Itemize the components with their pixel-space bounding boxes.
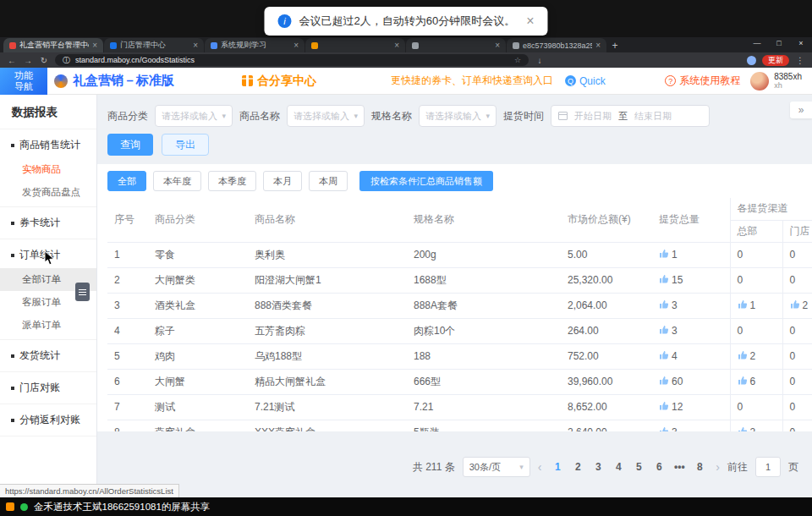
- row-index: 1: [107, 242, 148, 267]
- range-tab[interactable]: 本月: [263, 171, 302, 191]
- range-tab-row: 全部本年度本季度本月本周 按检索条件汇总商品销售额: [107, 171, 812, 191]
- filter-label: 商品分类: [107, 109, 148, 124]
- page-number[interactable]: 8: [691, 457, 708, 477]
- back-icon[interactable]: ←: [7, 56, 17, 65]
- browser-tab[interactable]: e8c573980b1328a2588d2e6f×: [507, 38, 606, 52]
- collapse-panel-button[interactable]: »: [790, 102, 812, 118]
- sidebar-group-label[interactable]: 分销返利对账: [0, 407, 96, 433]
- reload-icon[interactable]: ↻: [39, 56, 49, 65]
- new-tab-button[interactable]: +: [607, 38, 623, 52]
- function-nav-button[interactable]: 功能导航: [0, 68, 47, 95]
- filter-label-pickup-time: 提货时间: [503, 109, 544, 124]
- prev-page-icon[interactable]: ‹: [538, 457, 542, 477]
- pickup-icon: [738, 376, 748, 386]
- close-window-button[interactable]: ×: [790, 37, 812, 50]
- browser-tab[interactable]: ×: [305, 38, 405, 52]
- browser-profile-avatar[interactable]: [747, 56, 756, 65]
- page-number[interactable]: 2: [569, 457, 586, 477]
- tab-close-icon[interactable]: ×: [495, 41, 500, 50]
- next-page-icon[interactable]: ›: [716, 457, 720, 477]
- table-row[interactable]: 6大闸蟹精品大闸蟹礼盒666型39,960.006060: [107, 369, 812, 394]
- sidebar-item[interactable]: 实物商品: [0, 158, 96, 181]
- sidebar-item[interactable]: 派单订单: [0, 314, 96, 337]
- tab-close-icon[interactable]: ×: [595, 41, 601, 50]
- pickup-total: 15: [652, 267, 730, 293]
- sidebar-group-label[interactable]: 发货统计: [0, 343, 96, 369]
- sidebar-group-text: 商品销售统计: [19, 138, 80, 152]
- channel-hq: 0: [730, 394, 782, 420]
- col-header-hq: 总部: [730, 220, 782, 242]
- channel-store: 0: [782, 267, 812, 293]
- page-ellipsis[interactable]: •••: [671, 457, 688, 477]
- page-number[interactable]: 5: [630, 457, 647, 477]
- tab-close-icon[interactable]: ×: [394, 41, 399, 50]
- goto-page-input[interactable]: 1: [755, 457, 781, 477]
- channel-store: 0: [782, 318, 812, 343]
- bookmark-star-icon[interactable]: ☆: [514, 56, 521, 64]
- info-icon: i: [277, 14, 291, 28]
- page-size-select[interactable]: 30条/页 ▾: [463, 457, 530, 477]
- tutorial-link[interactable]: ? 系统使用教程: [665, 74, 740, 88]
- col-header-category: 商品分类: [148, 198, 248, 242]
- minimize-button[interactable]: —: [746, 37, 768, 50]
- tab-close-icon[interactable]: ×: [92, 41, 97, 50]
- url-bar[interactable]: ⓘ standard.maboy.cn/GoodsStatistics ☆: [55, 54, 529, 66]
- range-tab[interactable]: 本周: [309, 171, 348, 191]
- query-button[interactable]: 查询: [107, 134, 153, 156]
- browser-tab[interactable]: 系统规则学习×: [205, 38, 304, 52]
- tab-close-icon[interactable]: ×: [193, 41, 198, 50]
- table-row[interactable]: 1零食奥利奥200g5.00100: [107, 242, 812, 267]
- range-tab[interactable]: 本季度: [208, 171, 256, 191]
- filter-select[interactable]: 请选择或输入▾: [419, 105, 497, 127]
- browser-tab[interactable]: 礼盒营销平台管理中心×: [3, 38, 103, 52]
- table-row[interactable]: 8燕窝礼盒XXX燕窝礼盒5瓶装2,640.00320: [107, 420, 812, 431]
- goods-category: 零食: [148, 242, 248, 267]
- download-icon[interactable]: ↓: [535, 56, 545, 65]
- goods-name: 五芳斋肉粽: [248, 318, 407, 343]
- filter-select[interactable]: 请选择或输入▾: [287, 105, 365, 127]
- maximize-button[interactable]: □: [768, 37, 790, 50]
- goods-category: 酒类礼盒: [148, 293, 248, 318]
- user-avatar[interactable]: [750, 72, 769, 91]
- sidebar-group-text: 门店对账: [19, 381, 60, 395]
- browser-menu-icon[interactable]: ⋮: [795, 56, 805, 65]
- browser-update-button[interactable]: 更新: [762, 55, 789, 66]
- filter-select[interactable]: 请选择或输入▾: [155, 105, 233, 127]
- goods-name: XXX燕窝礼盒: [248, 420, 407, 431]
- page-number[interactable]: 1: [549, 457, 566, 477]
- col-header-index: 序号: [107, 198, 148, 242]
- goods-category: 燕窝礼盒: [148, 420, 248, 431]
- quick-link[interactable]: Q Quick: [565, 75, 606, 87]
- browser-tab[interactable]: 门店管理中心×: [104, 38, 204, 52]
- browser-tab[interactable]: ×: [406, 38, 506, 52]
- sidebar-drag-handle[interactable]: [75, 283, 90, 301]
- page-number[interactable]: 4: [610, 457, 627, 477]
- table-row[interactable]: 4粽子五芳斋肉粽肉粽10个264.00300: [107, 318, 812, 343]
- page-number[interactable]: 3: [590, 457, 606, 477]
- export-button[interactable]: 导出: [162, 134, 209, 156]
- summary-by-filter-button[interactable]: 按检索条件汇总商品销售额: [359, 171, 493, 191]
- page-size-value: 30条/页: [469, 461, 501, 474]
- sidebar-group-label[interactable]: 券卡统计: [0, 210, 96, 236]
- page-number[interactable]: 6: [650, 457, 667, 477]
- share-center-link[interactable]: 合分享中心: [242, 74, 316, 89]
- sidebar-group-label[interactable]: 门店对账: [0, 375, 96, 401]
- table-row[interactable]: 5鸡肉乌鸡188型188752.00420: [107, 343, 812, 369]
- range-tab[interactable]: 全部: [107, 171, 146, 191]
- table-row[interactable]: 3酒类礼盒888酒类套餐888A套餐2,064.00312: [107, 293, 812, 318]
- sidebar-group-text: 券卡统计: [19, 216, 60, 230]
- table-row[interactable]: 7测试7.21测试7.218,652.001200: [107, 394, 812, 420]
- page-numbers: 123456•••8: [549, 457, 708, 477]
- channel-store: 0: [782, 369, 812, 394]
- pickup-date-range-picker[interactable]: 开始日期 至 结束日期: [551, 105, 710, 127]
- tab-close-icon[interactable]: ×: [294, 41, 299, 50]
- site-info-icon[interactable]: ⓘ: [63, 55, 70, 66]
- sidebar-item[interactable]: 发货商品盘点: [0, 181, 96, 204]
- forward-icon[interactable]: →: [23, 56, 33, 65]
- sidebar-group-label[interactable]: 商品销售统计: [0, 132, 96, 158]
- pickup-total: 1: [652, 242, 730, 267]
- toast-close-icon[interactable]: ×: [526, 14, 534, 29]
- user-info[interactable]: 8385xh xh: [774, 72, 802, 91]
- table-row[interactable]: 2大闸蟹类阳澄湖大闸蟹11688型25,320.001500: [107, 267, 812, 293]
- range-tab[interactable]: 本年度: [153, 171, 201, 191]
